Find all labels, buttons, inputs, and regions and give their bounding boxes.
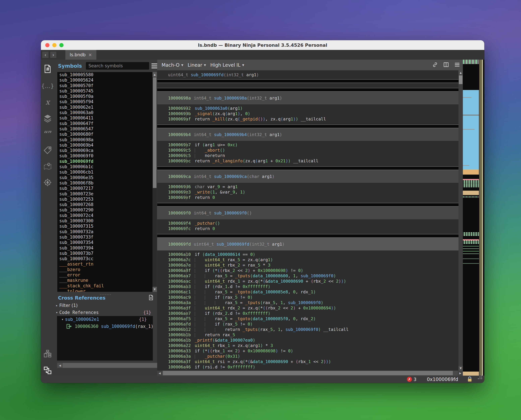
symbol-item[interactable]: sub_100007315 (57, 224, 152, 229)
cross-references-panel-icon[interactable] (43, 366, 52, 375)
tab-ls-bndb[interactable]: ls.bndb × (65, 50, 96, 60)
expanded-triangle-icon[interactable]: ▾ (54, 310, 59, 315)
symbol-item[interactable]: sub_1000062e1 (57, 105, 152, 110)
xref-entry-row[interactable]: 100006360 sub_1000069fd (rax_1) (57, 323, 153, 330)
function-header[interactable]: 1000069fduint64_t sub_1000069fd(int32_t … (157, 238, 463, 250)
sidebar-horizontal-scrollbar[interactable]: ◀ (57, 363, 157, 368)
code-line[interactable]: 1000069f4_putchar() (157, 221, 463, 226)
split-view-icon[interactable] (443, 62, 449, 68)
symbol-item[interactable]: sub_100007253 (57, 196, 152, 202)
code-line[interactable]: 100006992sub_1000063a0(arg1) (157, 106, 463, 111)
code-line[interactable]: 1000069c5noreturn (157, 153, 463, 158)
scroll-down-icon[interactable]: ▼ (152, 287, 157, 292)
code-line[interactable]: 100006b1breturn rax_5 (157, 332, 463, 338)
close-window-button[interactable] (45, 43, 49, 47)
code-line[interactable]: 100006adfuint64_t rdx_2 = zx.q(*((rbx_2 … (157, 305, 463, 311)
symbol-item[interactable]: sub_100005f94 (57, 99, 152, 104)
code-line[interactable]: 10000699b_signal(zx.q(arg1), 0) (157, 111, 463, 116)
code-line[interactable]: 1000069e3_write(1, &var_9, 1) (157, 189, 463, 195)
expanded-triangle-icon[interactable]: ▾ (60, 317, 65, 321)
code-line[interactable]: 100006afdif (rax_5 != 0) (157, 322, 463, 327)
code-line[interactable]: 100006aacuint64_t rdx_1 = zx.q(*(&data_1… (157, 279, 463, 284)
symbol-item[interactable]: sub_10000570f (57, 83, 152, 88)
symbols-panel-icon[interactable] (43, 64, 52, 73)
code-line[interactable]: 100006a22uint64_t rbx_1 = zx.q(arg1) * 3 (157, 343, 463, 348)
function-signature[interactable]: uint64_t sub_1000069fd(int32_t arg1) (157, 70, 463, 79)
code-line[interactable]: 100006a1b_printf(&data_100007ea0) (157, 338, 463, 343)
types-panel-icon[interactable]: {…} (43, 82, 52, 90)
view-type-dropdown[interactable]: Linear▼ (188, 62, 206, 68)
new-pane-icon[interactable] (148, 295, 154, 301)
code-line[interactable]: 100006a7cuint64_t rax_5 = zx.q(arg1) (157, 257, 463, 262)
symbol-item[interactable]: sub_10000647f (57, 121, 152, 126)
view-menu-icon[interactable] (454, 62, 460, 68)
tags-panel-icon[interactable] (43, 146, 52, 155)
code-line[interactable]: 1000069d6char var_9 = arg1 (157, 184, 463, 189)
mini-graph-panel-icon[interactable] (43, 349, 52, 359)
symbol-item[interactable]: sub_100007268 (57, 202, 152, 207)
symbol-item[interactable]: sub_100006f8b (57, 180, 152, 186)
symbols-scroll-thumb[interactable] (153, 77, 157, 188)
forward-button[interactable]: › (50, 51, 57, 58)
hlil-code-view[interactable]: uint64_t sub_1000069fd(int32_t arg1)1000… (157, 70, 463, 371)
scroll-up-icon[interactable]: ▲ (152, 72, 157, 77)
scroll-left-icon[interactable]: ◀ (57, 363, 63, 368)
code-line[interactable]: 100006af5rax_5 = _tgoto(data_1000085f0, … (157, 316, 463, 322)
stack-panel-icon[interactable] (43, 113, 52, 123)
il-level-dropdown[interactable]: High Level IL▼ (210, 62, 244, 68)
code-line[interactable]: 100006b12return _tputs(rax_5, 1, sub_100… (157, 327, 463, 332)
lock-icon[interactable] (467, 376, 473, 382)
symbol-item[interactable]: sub_1000073cc (57, 256, 152, 261)
symbol-item[interactable]: sub_100005580 (57, 72, 152, 77)
resize-grip[interactable] (476, 375, 483, 382)
symbol-item[interactable]: sub_100005f0a (57, 94, 152, 99)
function-header[interactable]: 1000069caint64_t sub_1000069ca(char arg1… (157, 170, 463, 183)
symbol-item[interactable]: sub_10000698a (57, 137, 152, 142)
code-line[interactable]: 1000069b7if (arg1 u>= 0xc) (157, 142, 463, 148)
link-views-icon[interactable] (432, 62, 438, 68)
symbol-item[interactable]: ___assert_rtn (57, 261, 152, 267)
code-hscroll-thumb[interactable] (163, 371, 453, 375)
symbol-item[interactable]: sub_1000063a0 (57, 110, 152, 115)
symbol-item[interactable]: sub_1000069f0 (57, 153, 152, 158)
symbol-item[interactable]: sub_10000733f (57, 234, 152, 240)
code-line[interactable]: 100006ac9if (rax_5 != 0) (157, 295, 463, 300)
code-line[interactable]: 100006ab3if (rdx_1.d != 0xffffffff) (157, 284, 463, 289)
symbol-item[interactable]: ___maskrune (57, 278, 152, 283)
code-line[interactable]: 100006ac1rax_5 = _tgoto(data_1000085e8, … (157, 289, 463, 295)
symbol-item[interactable]: sub_10000723e (57, 191, 152, 196)
code-line[interactable]: 100006a33if (*((rbx_1 << 2) + 0x10000869… (157, 348, 463, 354)
minimize-window-button[interactable] (52, 43, 56, 47)
code-line[interactable]: 100006a46if (rsi.d != 0xffffffff) (157, 364, 463, 370)
symbol-item[interactable]: sub_100006e35 (57, 175, 152, 180)
symbol-item[interactable]: sub_100006547 (57, 126, 152, 132)
symbol-item[interactable]: sub_1000073b7 (57, 251, 152, 256)
code-scroll-thumb[interactable] (459, 75, 462, 84)
symbol-item[interactable]: sub_100007217 (57, 186, 152, 191)
symbol-item[interactable]: sub_100007300 (57, 218, 152, 224)
feature-map[interactable] (463, 60, 484, 375)
code-line[interactable]: 100006ae7if (rdx_2.d != 0xffffffff) (157, 311, 463, 316)
code-line[interactable]: 1000069efreturn 0 (157, 195, 463, 200)
code-line[interactable]: 100006a8fif (*((rbx_2 << 2) + 0x10000869… (157, 268, 463, 273)
back-button[interactable]: ‹ (42, 51, 49, 58)
symbol-item[interactable]: sub_100007290 (57, 207, 152, 213)
symbol-item[interactable]: sub_1000069b4 (57, 142, 152, 148)
code-line[interactable]: 100006a3fuint64_t rsi = zx.q(*(&data_100… (157, 359, 463, 364)
code-line[interactable]: 1000069c5_abort() (157, 148, 463, 153)
symbols-menu-icon[interactable] (151, 63, 157, 68)
zoom-window-button[interactable] (59, 43, 63, 47)
scroll-left-icon[interactable]: ◀ (157, 371, 162, 375)
xrefs-filter-row[interactable]: ▸ Filter (1) (54, 302, 157, 309)
title-bar[interactable]: ls.bndb — Binary Ninja Personal 3.5.4526… (41, 40, 484, 50)
symbol-item[interactable]: sub_1000069ca (57, 148, 152, 153)
symbols-scrollbar[interactable]: ▲ ▼ (152, 72, 157, 292)
code-line[interactable]: 1000069bcreturn _nl_langinfo(zx.q(arg1 +… (157, 158, 463, 164)
memory-map-panel-icon[interactable] (43, 162, 52, 171)
symbol-item[interactable]: sub_100005745 (57, 88, 152, 94)
function-header[interactable]: 10000698aint64_t sub_10000698a(int32_t a… (157, 92, 463, 104)
code-vertical-scrollbar[interactable]: ▲ ▼ (459, 70, 463, 371)
symbol-item[interactable]: sub_1000069fd (57, 159, 152, 164)
xref-group-row[interactable]: ▾ sub_1000062e1 {1} (57, 316, 153, 323)
symbol-item[interactable]: ___bzero (57, 267, 152, 272)
